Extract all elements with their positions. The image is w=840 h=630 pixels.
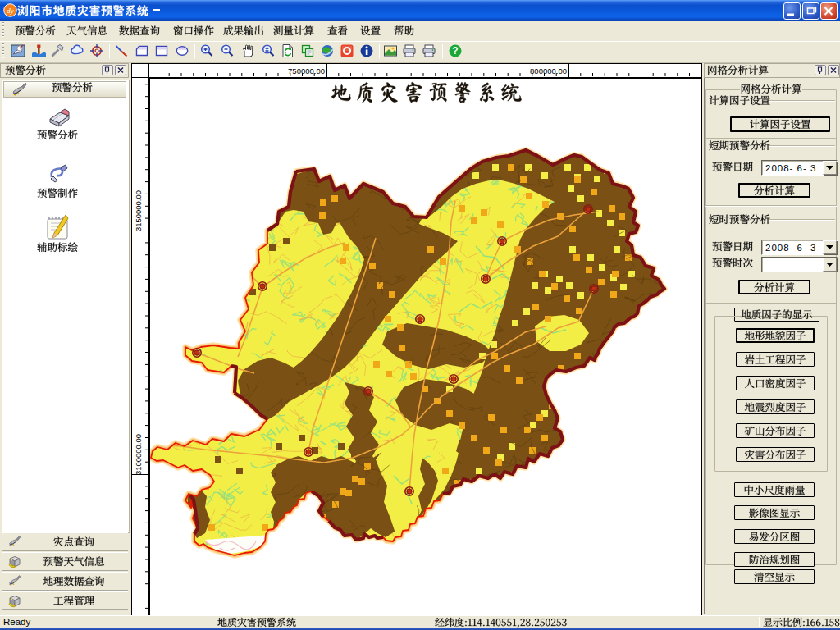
- svg-text:3150000.00: 3150000.00: [134, 190, 143, 231]
- svg-text:dy: dy: [7, 7, 14, 15]
- svg-text:3100000.00: 3100000.00: [134, 434, 143, 475]
- svg-text:?: ?: [452, 45, 458, 57]
- svg-text:800000.00: 800000.00: [530, 66, 567, 75]
- svg-text:750000.00: 750000.00: [288, 66, 325, 75]
